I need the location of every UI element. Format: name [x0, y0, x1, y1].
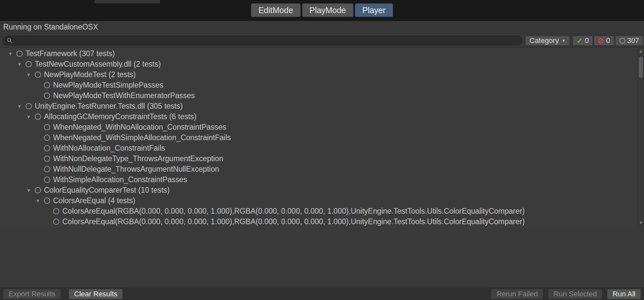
tree-row[interactable]: ▼TestNewCustomAssembly.dll (2 tests) — [0, 59, 644, 69]
test-output-panel — [0, 226, 644, 288]
passed-count: 0 — [585, 36, 589, 45]
footer-right-group: Rerun Failed Run Selected Run All — [491, 289, 641, 299]
clear-results-button[interactable]: Clear Results — [69, 289, 123, 299]
chevron-down-icon: ▼ — [562, 38, 566, 43]
search-field-wrap — [3, 36, 522, 45]
test-name-label: UnityEngine.TestRunner.Tests.dll (305 te… — [35, 102, 183, 111]
passed-filter-button[interactable]: ✓ 0 — [573, 36, 593, 46]
tree-row[interactable]: NewPlayModeTestSimplePasses — [0, 80, 644, 90]
run-all-button[interactable]: Run All — [607, 289, 641, 299]
test-name-label: WithNoAllocation_ConstraintFails — [53, 144, 165, 153]
test-status-notrun-icon — [16, 51, 23, 57]
test-status-notrun-icon — [26, 103, 32, 109]
test-status-notrun-icon — [44, 177, 50, 183]
running-target-label: Running on StandaloneOSX — [3, 21, 98, 33]
foldout-arrow-icon[interactable]: ▼ — [26, 114, 35, 119]
failed-icon — [598, 38, 604, 44]
tree-row[interactable]: ▼ColorsAreEqual (4 tests) — [0, 195, 644, 206]
tree-row[interactable]: WhenNegated_WithNoAllocation_ConstraintP… — [0, 122, 644, 132]
tree-row[interactable]: WhenNegated_WithSimpleAllocation_Constra… — [0, 132, 644, 143]
search-input[interactable] — [3, 36, 522, 45]
test-name-label: NewPlayModeTest (2 tests) — [44, 70, 136, 79]
scroll-down-arrow-icon[interactable]: ▼ — [638, 220, 644, 225]
tree-row[interactable]: NewPlayModeTestWithEnumeratorPasses — [0, 90, 644, 101]
tab-playmode[interactable]: PlayMode — [302, 3, 353, 17]
search-icon — [7, 38, 12, 43]
status-bar: Running on StandaloneOSX — [0, 21, 644, 34]
foldout-arrow-icon[interactable]: ▼ — [16, 61, 26, 67]
test-status-notrun-icon — [26, 61, 32, 67]
test-status-notrun-icon — [44, 145, 50, 151]
failed-count: 0 — [606, 36, 610, 45]
result-filter-group: ✓ 0 0 307 — [573, 36, 643, 46]
test-status-notrun-icon — [35, 72, 41, 78]
tab-editmode[interactable]: EditMode — [251, 3, 301, 17]
test-name-label: WhenNegated_WithSimpleAllocation_Constra… — [53, 133, 231, 142]
test-name-label: ColorsAreEqual(RGBA(0.000, 0.000, 0.000,… — [62, 207, 525, 216]
test-status-notrun-icon — [35, 187, 41, 193]
foldout-arrow-icon[interactable]: ▼ — [26, 187, 35, 193]
footer-toolbar: Export Results Clear Results Rerun Faile… — [0, 288, 644, 300]
foldout-arrow-icon[interactable]: ▼ — [35, 198, 44, 204]
tree-row[interactable]: WithNullDelegate_ThrowsArgumentNullExcep… — [0, 164, 644, 174]
test-status-notrun-icon — [44, 198, 50, 204]
notrun-filter-button[interactable]: 307 — [615, 36, 643, 46]
passed-check-icon: ✓ — [576, 37, 583, 45]
test-name-label: NewPlayModeTestSimplePasses — [53, 81, 163, 90]
tree-row[interactable]: ▼AllocatingGCMemoryConstraintTests (6 te… — [0, 111, 644, 122]
test-name-label: NewPlayModeTestWithEnumeratorPasses — [53, 91, 195, 100]
failed-filter-button[interactable]: 0 — [594, 36, 614, 46]
category-dropdown[interactable]: Category ▼ — [525, 36, 570, 46]
test-name-label: ColorEqualityComparerTest (10 tests) — [44, 186, 170, 195]
tab-player[interactable]: Player — [355, 3, 393, 17]
category-label: Category — [530, 36, 559, 45]
test-name-label: AllocatingGCMemoryConstraintTests (6 tes… — [44, 112, 196, 121]
tree-scrollbar[interactable]: ▲ ▼ — [637, 48, 644, 226]
tree-row[interactable]: WithNonDelegateType_ThrowsArgumentExcept… — [0, 153, 644, 164]
run-selected-button: Run Selected — [548, 289, 602, 299]
tree-row[interactable]: WithSimpleAllocation_ConstraintPasses — [0, 174, 644, 185]
filter-toolbar: Category ▼ ✓ 0 0 307 — [0, 34, 644, 48]
notrun-circle-icon — [619, 38, 625, 44]
test-status-notrun-icon — [44, 93, 50, 99]
test-name-label: TestFramework (307 tests) — [26, 49, 115, 58]
tree-row[interactable]: ColorsAreEqual(RGBA(0.000, 0.000, 0.000,… — [0, 206, 644, 216]
test-name-label: ColorsAreEqual(RGBA(0.000, 0.000, 0.000,… — [62, 217, 525, 226]
test-status-notrun-icon — [44, 166, 50, 172]
notrun-count: 307 — [627, 36, 639, 45]
tree-row[interactable]: ▼ColorEqualityComparerTest (10 tests) — [0, 185, 644, 195]
tree-row[interactable]: ▼NewPlayModeTest (2 tests) — [0, 69, 644, 80]
test-status-notrun-icon — [44, 124, 50, 130]
tree-row[interactable]: ColorsAreEqual(RGBA(0.000, 0.000, 0.000,… — [0, 216, 644, 227]
test-tree: ▼TestFramework (307 tests)▼TestNewCustom… — [0, 48, 644, 227]
top-toolbar: EditMode PlayMode Player — [0, 0, 644, 21]
test-name-label: WithSimpleAllocation_ConstraintPasses — [53, 175, 187, 184]
test-status-notrun-icon — [44, 156, 50, 162]
scroll-up-arrow-icon[interactable]: ▲ — [638, 49, 644, 54]
tree-row[interactable]: ▼UnityEngine.TestRunner.Tests.dll (305 t… — [0, 101, 644, 111]
test-name-label: WithNullDelegate_ThrowsArgumentNullExcep… — [53, 165, 219, 174]
rerun-failed-button: Rerun Failed — [491, 289, 543, 299]
test-name-label: TestNewCustomAssembly.dll (2 tests) — [35, 60, 161, 69]
foldout-arrow-icon[interactable]: ▼ — [16, 103, 26, 109]
test-name-label: WithNonDelegateType_ThrowsArgumentExcept… — [53, 154, 223, 163]
test-status-notrun-icon — [35, 114, 41, 120]
foldout-arrow-icon[interactable]: ▼ — [7, 51, 16, 56]
foldout-arrow-icon[interactable]: ▼ — [26, 72, 35, 77]
test-status-notrun-icon — [53, 208, 59, 214]
tree-row[interactable]: ▼TestFramework (307 tests) — [0, 48, 644, 59]
test-status-notrun-icon — [44, 135, 50, 141]
export-results-button: Export Results — [3, 289, 61, 299]
tree-row[interactable]: WithNoAllocation_ConstraintFails — [0, 143, 644, 153]
mode-tab-group: EditMode PlayMode Player — [251, 3, 393, 17]
test-name-label: ColorsAreEqual (4 tests) — [53, 196, 135, 205]
test-status-notrun-icon — [53, 219, 59, 225]
test-status-notrun-icon — [44, 82, 50, 88]
docked-tab-hint — [94, 0, 160, 3]
scrollbar-thumb[interactable] — [639, 57, 643, 78]
test-name-label: WhenNegated_WithNoAllocation_ConstraintP… — [53, 123, 226, 132]
